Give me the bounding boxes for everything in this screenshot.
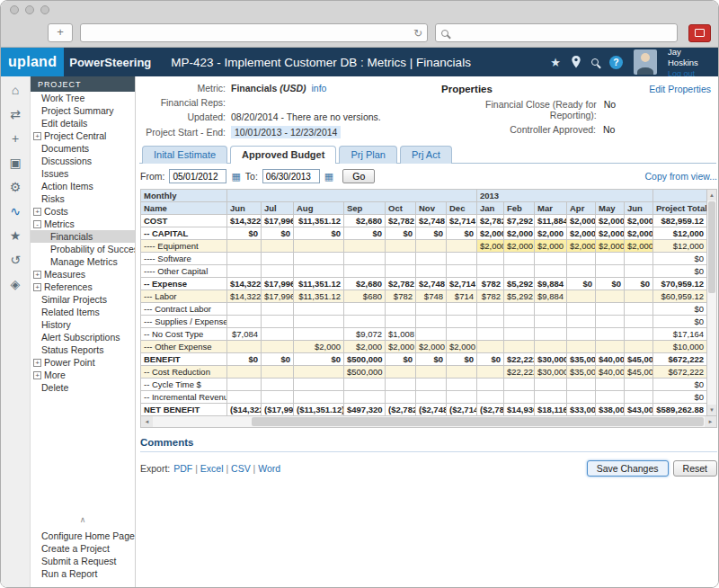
copy-from-view-link[interactable]: Copy from view... — [644, 171, 717, 182]
sidebar-item-work-tree[interactable]: Work Tree — [31, 92, 135, 104]
sidebar-item-more[interactable]: +More — [31, 369, 135, 381]
sidebar-item-costs[interactable]: +Costs — [31, 205, 135, 218]
sidebar-item-measures[interactable]: +Measures — [31, 268, 135, 281]
sidebar-item-run-a-report[interactable]: Run a Report — [31, 567, 135, 580]
value-cell[interactable] — [625, 341, 653, 353]
value-cell[interactable] — [477, 316, 504, 328]
edit-properties-link[interactable]: Edit Properties — [649, 84, 711, 94]
value-cell[interactable] — [416, 391, 447, 404]
value-cell[interactable] — [447, 253, 477, 265]
reload-icon[interactable]: ↻ — [413, 27, 422, 40]
export-word-link[interactable]: Word — [258, 463, 280, 474]
sidebar-item-manage-metrics[interactable]: Manage Metrics — [31, 255, 135, 268]
history-icon[interactable]: ↺ — [6, 252, 24, 268]
value-cell[interactable] — [477, 341, 504, 353]
window-close-button[interactable] — [10, 5, 19, 14]
value-cell[interactable] — [504, 379, 535, 391]
scroll-right-arrow[interactable]: ► — [705, 416, 716, 427]
media-icon[interactable]: ▣ — [6, 155, 24, 171]
value-cell[interactable] — [477, 391, 504, 404]
value-cell[interactable] — [535, 265, 567, 278]
value-cell[interactable]: $680 — [344, 290, 386, 303]
expand-icon[interactable]: + — [33, 271, 41, 279]
value-cell[interactable] — [227, 379, 262, 391]
value-cell[interactable] — [294, 240, 344, 253]
value-cell[interactable]: $22,222 — [504, 366, 535, 379]
collapse-chevron-icon[interactable]: ∧ — [31, 512, 135, 530]
sidebar-item-project-central[interactable]: +Project Central — [31, 129, 135, 142]
value-cell[interactable] — [344, 303, 386, 316]
value-cell[interactable] — [262, 240, 294, 253]
value-cell[interactable] — [344, 240, 386, 253]
value-cell[interactable] — [262, 391, 294, 404]
value-cell[interactable]: $45,000 — [625, 366, 653, 379]
value-cell[interactable] — [294, 366, 344, 379]
sidebar-item-probability-of-success[interactable]: Probability of Success — [31, 243, 135, 255]
value-cell[interactable]: $782 — [477, 290, 504, 303]
value-cell[interactable]: $2,000 — [477, 240, 504, 253]
horizontal-scroll-thumb[interactable] — [252, 417, 704, 426]
value-cell[interactable] — [504, 341, 535, 353]
value-cell[interactable] — [416, 366, 447, 379]
value-cell[interactable] — [535, 316, 567, 328]
scroll-down-arrow[interactable]: ▼ — [707, 405, 716, 415]
value-cell[interactable] — [625, 391, 653, 404]
browser-search-bar[interactable] — [435, 23, 678, 42]
value-cell[interactable] — [227, 265, 262, 278]
expand-icon[interactable]: + — [33, 283, 41, 291]
value-cell[interactable] — [416, 253, 447, 265]
value-cell[interactable] — [227, 366, 262, 379]
tab-prj-plan[interactable]: Prj Plan — [339, 146, 397, 164]
value-cell[interactable] — [535, 253, 567, 265]
sidebar-item-create-a-project[interactable]: Create a Project — [31, 542, 135, 555]
value-cell[interactable]: $748 — [416, 290, 447, 303]
value-cell[interactable] — [477, 303, 504, 316]
sidebar-item-action-items[interactable]: Action Items — [31, 180, 135, 192]
from-date-input[interactable] — [169, 169, 226, 183]
value-cell[interactable] — [477, 265, 504, 278]
value-cell[interactable] — [344, 265, 386, 278]
value-cell[interactable] — [504, 316, 535, 328]
value-cell[interactable] — [386, 303, 416, 316]
value-cell[interactable] — [596, 265, 625, 278]
sidebar-item-risks[interactable]: Risks — [31, 192, 135, 205]
value-cell[interactable] — [294, 391, 344, 404]
value-cell[interactable] — [447, 391, 477, 404]
value-cell[interactable] — [504, 391, 535, 404]
value-cell[interactable] — [625, 316, 653, 328]
sidebar-item-edit-details[interactable]: Edit details — [31, 117, 135, 129]
value-cell[interactable] — [447, 316, 477, 328]
value-cell[interactable] — [535, 341, 567, 353]
vertical-scroll-thumb[interactable] — [708, 201, 715, 293]
value-cell[interactable] — [262, 253, 294, 265]
value-cell[interactable] — [477, 366, 504, 379]
value-cell[interactable] — [262, 303, 294, 316]
value-cell[interactable] — [447, 240, 477, 253]
value-cell[interactable]: $5,292 — [504, 290, 535, 303]
user-avatar[interactable] — [634, 49, 657, 75]
value-cell[interactable] — [596, 253, 625, 265]
export-excel-link[interactable]: Excel — [200, 463, 224, 474]
add-icon[interactable]: + — [6, 130, 24, 147]
value-cell[interactable] — [567, 290, 596, 303]
value-cell[interactable]: $782 — [386, 290, 416, 303]
value-cell[interactable]: $2,000 — [504, 240, 535, 253]
value-cell[interactable]: $2,000 — [386, 341, 416, 353]
value-cell[interactable]: $2,000 — [294, 341, 344, 353]
from-calendar-icon[interactable]: ▦ — [231, 171, 240, 183]
expand-icon[interactable]: + — [33, 208, 41, 216]
value-cell[interactable] — [567, 303, 596, 316]
value-cell[interactable] — [477, 253, 504, 265]
value-cell[interactable] — [625, 265, 653, 278]
export-pdf-link[interactable]: PDF — [173, 463, 192, 474]
browser-search-input[interactable] — [453, 28, 671, 39]
value-cell[interactable] — [535, 379, 567, 391]
sidebar-item-discussions[interactable]: Discussions — [31, 155, 135, 167]
value-cell[interactable] — [447, 366, 477, 379]
value-cell[interactable] — [386, 366, 416, 379]
value-cell[interactable]: $2,000 — [535, 240, 567, 253]
value-cell[interactable] — [535, 303, 567, 316]
new-tab-button[interactable]: + — [48, 23, 73, 42]
value-cell[interactable] — [294, 303, 344, 316]
reset-button[interactable]: Reset — [673, 460, 717, 477]
